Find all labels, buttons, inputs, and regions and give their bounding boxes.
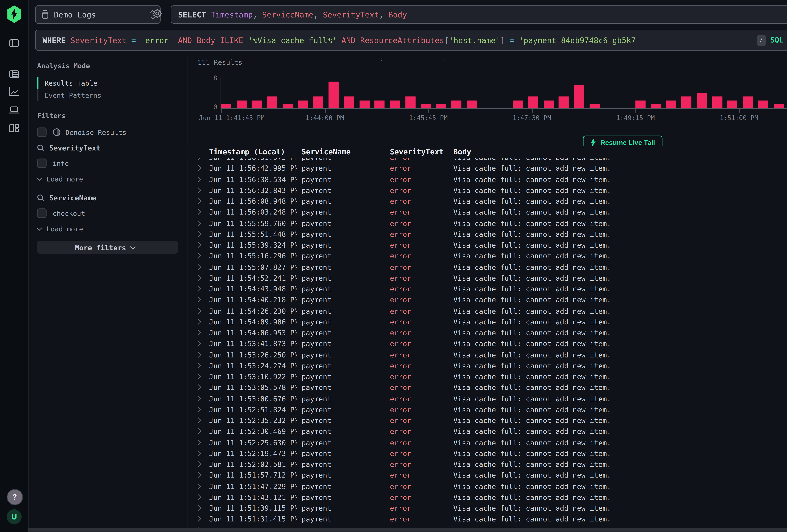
table-row[interactable]: Jun 11 1:52:35.232 PM payment error Visa…	[188, 415, 787, 426]
table-row[interactable]: Jun 11 1:52:02.581 PM payment error Visa…	[188, 459, 787, 470]
user-avatar[interactable]: U	[7, 509, 22, 524]
table-row[interactable]: Jun 11 1:55:16.296 PM payment error Visa…	[188, 250, 787, 261]
table-row[interactable]: Jun 11 1:52:51.824 PM payment error Visa…	[188, 404, 787, 415]
table-row[interactable]: Jun 11 1:56:38.534 PM payment error Visa…	[188, 174, 787, 185]
row-expand-chevron-icon[interactable]	[195, 330, 201, 335]
col-body[interactable]: Body	[453, 148, 787, 156]
row-expand-chevron-icon[interactable]	[195, 286, 201, 292]
row-expand-chevron-icon[interactable]	[195, 363, 201, 368]
row-expand-chevron-icon[interactable]	[195, 428, 201, 434]
table-row[interactable]: Jun 11 1:51:31.415 PM payment error Visa…	[188, 514, 787, 525]
filter-option-info[interactable]: info	[37, 158, 178, 169]
row-expand-chevron-icon[interactable]	[195, 198, 201, 204]
dashboards-icon[interactable]	[9, 123, 20, 134]
table-row[interactable]: Jun 11 1:52:30.469 PM payment error Visa…	[188, 426, 787, 437]
row-expand-chevron-icon[interactable]	[195, 505, 201, 511]
sidebar-toggle-icon[interactable]	[9, 38, 20, 49]
where-query-input[interactable]: WHERE SeverityText = 'error' AND Body IL…	[35, 30, 787, 51]
histogram-plot[interactable]	[221, 78, 787, 108]
table-row[interactable]: Jun 11 1:56:08.948 PM payment error Visa…	[188, 196, 787, 207]
table-row[interactable]: Jun 11 1:54:43.948 PM payment error Visa…	[188, 283, 787, 294]
row-expand-chevron-icon[interactable]	[195, 319, 201, 324]
table-row[interactable]: Jun 11 1:55:07.827 PM payment error Visa…	[188, 261, 787, 273]
column-resize-handle[interactable]: ⋮	[290, 57, 296, 59]
row-expand-chevron-icon[interactable]	[195, 209, 201, 215]
row-expand-chevron-icon[interactable]	[195, 187, 201, 193]
denoise-checkbox[interactable]	[37, 127, 47, 137]
table-row[interactable]: Jun 11 1:56:03.248 PM payment error Visa…	[188, 207, 787, 218]
table-row[interactable]: Jun 11 1:55:59.760 PM payment error Visa…	[188, 217, 787, 229]
table-row[interactable]: Jun 11 1:54:40.218 PM payment error Visa…	[188, 294, 787, 305]
table-row[interactable]: Jun 11 1:51:22.457 PM payment error Visa…	[188, 525, 787, 528]
row-expand-chevron-icon[interactable]	[195, 516, 201, 522]
table-row[interactable]: Jun 11 1:51:43.121 PM payment error Visa…	[188, 492, 787, 503]
table-row[interactable]: Jun 11 1:53:10.922 PM payment error Visa…	[188, 371, 787, 382]
table-row[interactable]: Jun 11 1:53:24.274 PM payment error Visa…	[188, 360, 787, 371]
app-logo[interactable]	[6, 5, 22, 23]
table-row[interactable]: Jun 11 1:51:47.229 PM payment error Visa…	[188, 481, 787, 492]
row-expand-chevron-icon[interactable]	[195, 450, 201, 456]
table-row[interactable]: Jun 11 1:53:00.676 PM payment error Visa…	[188, 393, 787, 404]
row-expand-chevron-icon[interactable]	[195, 275, 201, 281]
row-expand-chevron-icon[interactable]	[195, 242, 201, 248]
table-row[interactable]: Jun 11 1:54:09.906 PM payment error Visa…	[188, 316, 787, 327]
row-expand-chevron-icon[interactable]	[195, 440, 201, 445]
table-row[interactable]: Jun 11 1:51:39.115 PM payment error Visa…	[188, 503, 787, 514]
filter-group-servicename[interactable]: ServiceName	[37, 192, 178, 203]
row-expand-chevron-icon[interactable]	[195, 352, 201, 357]
denoise-results-toggle[interactable]: Denoise Results	[37, 127, 178, 138]
row-expand-chevron-icon[interactable]	[195, 297, 201, 302]
sessions-icon[interactable]	[9, 105, 20, 115]
row-expand-chevron-icon[interactable]	[195, 527, 201, 528]
col-timestamp[interactable]: Timestamp (Local)	[209, 148, 297, 156]
table-row[interactable]: Jun 11 1:53:05.578 PM payment error Visa…	[188, 382, 787, 393]
source-settings-gear-icon[interactable]	[152, 8, 163, 19]
table-row[interactable]: Jun 11 1:56:32.843 PM payment error Visa…	[188, 185, 787, 196]
column-resize-handle[interactable]: ⋮	[442, 57, 448, 59]
row-expand-chevron-icon[interactable]	[195, 165, 201, 171]
row-expand-chevron-icon[interactable]	[195, 308, 201, 314]
row-expand-chevron-icon[interactable]	[195, 231, 201, 237]
mode-event-patterns[interactable]: Event Patterns	[38, 89, 178, 101]
table-row[interactable]: Jun 11 1:52:25.630 PM payment error Visa…	[188, 437, 787, 448]
checkout-checkbox[interactable]	[37, 208, 47, 218]
row-expand-chevron-icon[interactable]	[195, 418, 201, 423]
table-row[interactable]: Jun 11 1:54:26.230 PM payment error Visa…	[188, 305, 787, 316]
chart-explorer-icon[interactable]	[9, 86, 20, 97]
table-row[interactable]: Jun 11 1:56:42.995 PM payment error Visa…	[188, 163, 787, 174]
table-row[interactable]: Jun 11 1:53:41.873 PM payment error Visa…	[188, 338, 787, 349]
table-row[interactable]: Jun 11 1:55:39.324 PM payment error Visa…	[188, 239, 787, 250]
row-expand-chevron-icon[interactable]	[195, 374, 201, 379]
horizontal-scrollbar[interactable]	[28, 528, 787, 532]
table-row[interactable]: Jun 11 1:52:19.473 PM payment error Visa…	[188, 448, 787, 459]
col-servicename[interactable]: ServiceName	[302, 148, 385, 156]
table-row[interactable]: Jun 11 1:55:51.448 PM payment error Visa…	[188, 229, 787, 239]
info-checkbox[interactable]	[37, 158, 47, 168]
load-more-servicename[interactable]: Load more	[37, 224, 178, 234]
search-logs-icon[interactable]	[9, 69, 20, 80]
table-row[interactable]: Jun 11 1:51:57.712 PM payment error Visa…	[188, 470, 787, 481]
row-expand-chevron-icon[interactable]	[195, 220, 201, 226]
row-expand-chevron-icon[interactable]	[195, 264, 201, 270]
row-expand-chevron-icon[interactable]	[195, 158, 201, 160]
row-expand-chevron-icon[interactable]	[195, 253, 201, 259]
help-button[interactable]: ?	[7, 489, 23, 505]
row-expand-chevron-icon[interactable]	[195, 483, 201, 489]
row-expand-chevron-icon[interactable]	[195, 384, 201, 390]
more-filters-button[interactable]: More filters	[37, 241, 178, 254]
column-resize-handle[interactable]: ⋮	[378, 57, 385, 59]
col-severitytext[interactable]: SeverityText	[390, 148, 449, 156]
row-expand-chevron-icon[interactable]	[195, 176, 201, 182]
row-expand-chevron-icon[interactable]	[195, 407, 201, 412]
load-more-severitytext[interactable]: Load more	[37, 173, 178, 184]
table-row[interactable]: Jun 11 1:56:51.975 PM payment error Visa…	[188, 158, 787, 163]
row-expand-chevron-icon[interactable]	[195, 341, 201, 346]
table-row[interactable]: Jun 11 1:54:06.953 PM payment error Visa…	[188, 327, 787, 338]
select-query-input[interactable]: SELECT Timestamp, ServiceName, SeverityT…	[171, 5, 787, 24]
source-select[interactable]: Demo Logs	[35, 5, 161, 24]
filter-group-severitytext[interactable]: SeverityText	[37, 142, 178, 153]
row-expand-chevron-icon[interactable]	[195, 472, 201, 478]
mode-results-table[interactable]: Results Table	[38, 77, 178, 89]
row-expand-chevron-icon[interactable]	[195, 461, 201, 467]
filter-option-checkout[interactable]: checkout	[37, 208, 178, 219]
